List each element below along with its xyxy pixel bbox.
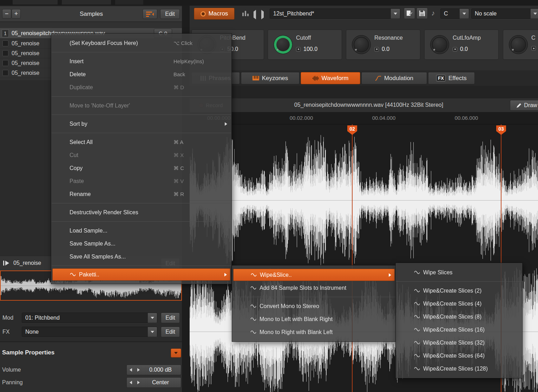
sample-checkbox[interactable] bbox=[2, 50, 8, 56]
menu-item-delete[interactable]: DeleteBack bbox=[51, 68, 231, 81]
fx-select[interactable]: None bbox=[22, 327, 157, 337]
save-instrument-button[interactable] bbox=[416, 8, 428, 19]
app-tab-fragment[interactable] bbox=[62, 0, 111, 5]
tab-label: Effects bbox=[448, 75, 467, 82]
key-selector-caret[interactable] bbox=[459, 9, 469, 19]
increment-arrow-icon[interactable] bbox=[134, 365, 142, 375]
menu-item-paste[interactable]: Paste⌘ V bbox=[51, 175, 231, 188]
menu-shortcut: ⌘ A bbox=[173, 139, 183, 145]
menu-item-wipe-slices[interactable]: Wipe Slices bbox=[396, 266, 522, 279]
macro-knob-resonance[interactable]: Resonance0.0 bbox=[346, 30, 420, 60]
menu-item-convert-mono-to-stereo[interactable]: Convert Mono to Stereo bbox=[232, 300, 396, 313]
menu-item-wipe-create-slices-2[interactable]: Wipe&Create Slices (2) bbox=[396, 284, 522, 297]
menu-item-cut[interactable]: Cut⌘ X bbox=[51, 149, 231, 162]
menu-item-label: Wipe&Create Slices (2) bbox=[423, 288, 481, 294]
volume-stepper[interactable]: 0.000 dB bbox=[126, 365, 181, 375]
menu-item-insert[interactable]: InsertHelpKey(Ins) bbox=[51, 55, 231, 68]
knob-dial[interactable] bbox=[430, 35, 449, 54]
waveform-title: 05_renoisepitchdownwwwnnnn.wav [44100Hz … bbox=[225, 102, 513, 108]
draw-button[interactable]: Draw bbox=[510, 100, 538, 111]
slice-marker-line bbox=[352, 124, 353, 392]
tab-keyzones[interactable]: Keyzones bbox=[241, 72, 300, 84]
levels-icon[interactable] bbox=[242, 10, 249, 18]
sine-wave-icon bbox=[250, 286, 260, 290]
tab-modulation[interactable]: Modulation bbox=[361, 72, 427, 84]
next-instrument-arrow-icon[interactable] bbox=[261, 12, 264, 18]
menu-item-label: Delete bbox=[70, 71, 173, 78]
save-floppy-icon bbox=[419, 10, 426, 17]
increment-arrow-icon[interactable] bbox=[134, 378, 142, 387]
modulation-select[interactable]: 01: Pitchbend bbox=[22, 313, 157, 323]
sample-sort-button[interactable] bbox=[143, 9, 157, 19]
menu-item-load-sample[interactable]: Load Sample... bbox=[51, 224, 231, 237]
sample-checkbox[interactable] bbox=[2, 60, 8, 66]
scale-selector[interactable]: No scale bbox=[471, 8, 538, 19]
modulation-row: Mod 01: Pitchbend Edit bbox=[0, 311, 183, 325]
draw-label: Draw bbox=[524, 102, 537, 109]
macro-knob-cutoff[interactable]: Cutoff100.0 bbox=[268, 30, 342, 60]
tab-effects[interactable]: FXEffects bbox=[428, 72, 475, 84]
app-tab-fragment[interactable] bbox=[13, 0, 58, 5]
knob-dial[interactable] bbox=[352, 35, 371, 54]
menu-item-label: Load Sample... bbox=[70, 228, 173, 234]
knob-dial[interactable] bbox=[274, 35, 293, 54]
menu-item-duplicate[interactable]: Duplicate⌘ D bbox=[51, 81, 231, 94]
timeline-ruler[interactable]: 00.00.00000.02.00000.04.00000.06.000 bbox=[190, 112, 538, 124]
menu-item-rename[interactable]: Rename⌘ R bbox=[51, 188, 231, 201]
panning-value: Center bbox=[142, 379, 181, 386]
menu-item-label: Insert bbox=[70, 58, 173, 65]
scale-selector-caret[interactable] bbox=[530, 9, 538, 19]
menu-item-label: Cut bbox=[70, 152, 173, 158]
menu-item-wipe-create-slices-32[interactable]: Wipe&Create Slices (32) bbox=[396, 336, 522, 349]
samples-edit-button[interactable]: Edit bbox=[160, 9, 180, 19]
menu-item-wipe-create-slices-64[interactable]: Wipe&Create Slices (64) bbox=[396, 349, 522, 362]
modulation-select-caret[interactable] bbox=[147, 313, 157, 323]
decrement-arrow-icon[interactable] bbox=[127, 365, 134, 375]
sample-properties-menu-button[interactable] bbox=[171, 348, 181, 358]
knob-label: Cutoff bbox=[296, 35, 311, 41]
menu-item-sort-by[interactable]: Sort by bbox=[51, 117, 231, 130]
knob-value: 100.0 bbox=[303, 46, 317, 52]
sample-checkbox[interactable] bbox=[2, 70, 8, 76]
menu-item-select-all[interactable]: Select All⌘ A bbox=[51, 136, 231, 149]
menu-item-wipe-create-slices-8[interactable]: Wipe&Create Slices (8) bbox=[396, 310, 522, 323]
menu-shortcut: ⌥ Click bbox=[173, 40, 192, 46]
macros-button[interactable]: Macros bbox=[194, 8, 235, 20]
rename-instrument-button[interactable] bbox=[404, 8, 415, 19]
menu-item-wipe-create-slices-16[interactable]: Wipe&Create Slices (16) bbox=[396, 323, 522, 336]
knob-dial[interactable] bbox=[509, 35, 528, 54]
menu-item-move-to-note-off-layer[interactable]: Move to 'Note-Off Layer' bbox=[51, 99, 231, 112]
menu-item-label: Save Sample As... bbox=[70, 241, 173, 247]
menu-item-save-sample-as[interactable]: Save Sample As... bbox=[51, 237, 231, 250]
menu-shortcut: ⌘ X bbox=[173, 152, 184, 158]
menu-item-copy[interactable]: Copy⌘ C bbox=[51, 162, 231, 175]
play-from-cursor-icon[interactable] bbox=[3, 260, 10, 268]
sample-checkbox[interactable] bbox=[2, 40, 8, 46]
menu-item-save-all-samples-as[interactable]: Save All Samples As... bbox=[51, 250, 231, 263]
app-tab-fragment[interactable] bbox=[115, 0, 143, 5]
menu-item-wipe-create-slices-4[interactable]: Wipe&Create Slices (4) bbox=[396, 297, 522, 310]
menu-item-wipe-slice[interactable]: Wipe&Slice.. bbox=[233, 269, 395, 281]
fx-edit-button[interactable]: Edit bbox=[161, 327, 180, 337]
menu-item-wipe-create-slices-128[interactable]: Wipe&Create Slices (128) bbox=[396, 362, 522, 375]
menu-item-destructively-render-slices[interactable]: Destructively Render Slices bbox=[51, 206, 231, 219]
macro-knob-cutlfoamp[interactable]: CutLfoAmp0.0 bbox=[424, 30, 499, 60]
key-selector[interactable]: C bbox=[440, 8, 469, 19]
modulation-edit-button[interactable]: Edit bbox=[161, 313, 180, 323]
macros-label: Macros bbox=[209, 10, 228, 17]
decrement-arrow-icon[interactable] bbox=[127, 378, 134, 387]
menu-item-paketti[interactable]: Paketti.. bbox=[52, 268, 230, 281]
macro-knob-c[interactable]: C bbox=[503, 30, 538, 60]
instrument-selector[interactable]: 12st_Pitchbend* bbox=[270, 8, 400, 19]
panning-stepper[interactable]: Center bbox=[126, 377, 181, 388]
menu-item-mono-to-left-with-blank-right[interactable]: Mono to Left with Blank Right bbox=[232, 313, 396, 326]
menu-item-label: Duplicate bbox=[70, 84, 173, 91]
tab-waveform[interactable]: Waveform bbox=[301, 72, 360, 84]
menu-item-set-keyboard-focus-here[interactable]: (Set Keyboard Focus Here)⌥ Click bbox=[51, 37, 231, 50]
menu-item-mono-to-right-with-blank-left[interactable]: Mono to Right with Blank Left bbox=[232, 326, 396, 339]
chevron-down-icon bbox=[174, 352, 178, 354]
menu-item-add-84-sample-slots-to-instrument[interactable]: Add 84 Sample Slots to Instrument bbox=[232, 281, 396, 294]
fx-select-caret[interactable] bbox=[147, 327, 157, 337]
prev-instrument-arrow-icon[interactable] bbox=[254, 12, 256, 18]
instrument-selector-caret[interactable] bbox=[391, 9, 400, 19]
